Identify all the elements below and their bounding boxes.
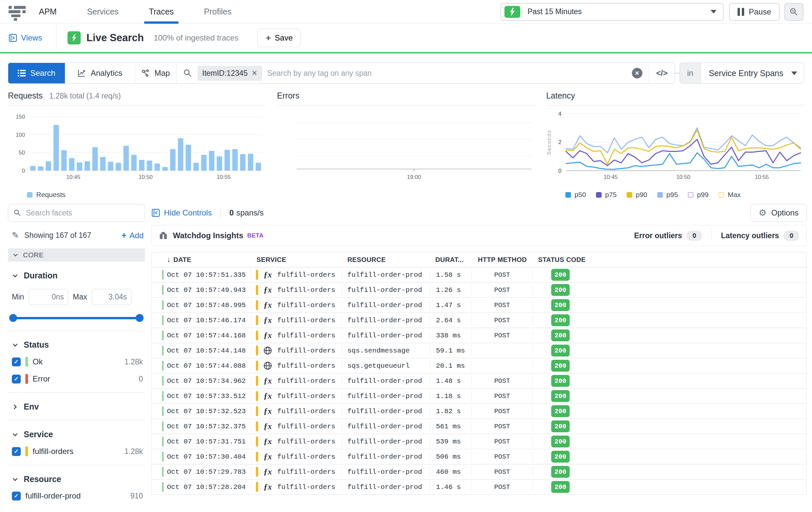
nav-services[interactable]: Services [87, 0, 119, 24]
table-row[interactable]: Oct 07 10:57:44.168 ƒx fulfill-orders fu… [152, 328, 806, 343]
raw-query-button[interactable]: </> [649, 63, 675, 83]
requests-chart-svg[interactable]: 05010015010:4510:5010:55 [8, 105, 266, 186]
lambda-icon: ƒx [261, 270, 274, 279]
row-resource: fulfill-order-prod [342, 270, 430, 280]
save-button[interactable]: + Save [258, 29, 301, 47]
errors-chart-svg[interactable]: 19:00 [277, 105, 535, 186]
table-row[interactable]: Oct 07 10:57:32.375 ƒx fulfill-orders fu… [152, 419, 806, 434]
table-row[interactable]: Oct 07 10:57:48.995 ƒx fulfill-orders fu… [152, 298, 806, 313]
service-color-bar [256, 452, 258, 462]
core-group-header[interactable]: CORE [8, 248, 145, 262]
watchdog-insights-panel[interactable]: Watchdog Insights BETA Error outliers 0 … [151, 225, 807, 246]
table-row[interactable]: Oct 07 10:57:30.404 ƒx fulfill-orders fu… [152, 450, 806, 464]
legend-item-p50[interactable]: p50 [566, 191, 586, 199]
binoculars-icon [159, 231, 168, 240]
table-row[interactable]: Oct 07 10:57:32.523 ƒx fulfill-orders fu… [152, 404, 806, 419]
error-outliers-label: Error outliers [634, 231, 682, 240]
table-row[interactable]: Oct 07 10:57:44.088 ƒx fulfill-orders sq… [152, 358, 806, 374]
duration-max-input[interactable] [92, 289, 132, 305]
table-row[interactable]: Oct 07 10:57:46.174 ƒx fulfill-orders fu… [152, 313, 806, 328]
column-header-resource[interactable]: RESOURCE [342, 256, 430, 264]
views-button[interactable]: Views [8, 33, 42, 43]
checkbox-checked-icon[interactable]: ✓ [12, 357, 21, 367]
tab-search[interactable]: Search [8, 63, 65, 83]
row-date: Oct 07 10:57:44.088 [164, 360, 251, 371]
table-row[interactable]: Oct 07 10:57:49.943 ƒx fulfill-orders fu… [152, 283, 806, 298]
column-header-date[interactable]: ↓ DATE [164, 255, 251, 264]
search-tag-label: ItemID:12345 [202, 69, 248, 78]
options-button[interactable]: ⚙ Options [750, 204, 807, 222]
error-outliers[interactable]: Error outliers 0 [634, 231, 702, 241]
column-header-status-code[interactable]: STATUS CODE [533, 256, 609, 264]
row-method: POST [472, 285, 533, 295]
tab-analytics[interactable]: Analytics [65, 63, 135, 83]
pause-label: Pause [749, 7, 771, 17]
add-facet-button[interactable]: + Add [121, 230, 144, 241]
max-label: Max [73, 293, 87, 301]
pause-button[interactable]: Pause [729, 3, 780, 21]
collapse-panel-icon [151, 209, 160, 217]
legend-item-p99[interactable]: p99 [688, 191, 708, 199]
lambda-icon: ƒx [261, 376, 274, 385]
row-date: Oct 07 10:57:44.168 [164, 330, 251, 341]
time-range-selector[interactable]: Past 15 Minutes [500, 3, 724, 21]
svg-text:10:55: 10:55 [755, 174, 769, 180]
legend-item-p95[interactable]: p95 [657, 191, 678, 199]
facet-resource-header[interactable]: Resource [8, 475, 145, 484]
legend-item-p90[interactable]: p90 [627, 191, 647, 199]
table-row[interactable]: Oct 07 10:57:29.783 ƒx fulfill-orders fu… [152, 464, 806, 480]
table-row[interactable]: Oct 07 10:57:44.148 ƒx fulfill-orders sq… [152, 343, 806, 358]
facet-row-ok[interactable]: ✓ Ok 1.28k [8, 357, 145, 367]
facet-search-input[interactable] [26, 209, 139, 217]
search-input[interactable]: ItemID:12345 ✕ Search by any tag on any … [176, 63, 649, 83]
magnifier-icon [13, 209, 21, 217]
slider-handle-min[interactable] [9, 314, 17, 322]
row-date: Oct 07 10:57:44.148 [164, 345, 251, 356]
remove-tag-icon[interactable]: ✕ [252, 69, 258, 77]
table-row[interactable]: Oct 07 10:57:28.204 ƒx fulfill-orders fu… [152, 480, 806, 495]
table-row[interactable]: Oct 07 10:57:34.962 ƒx fulfill-orders fu… [152, 374, 806, 389]
column-header-http-method[interactable]: HTTP METHOD [472, 256, 533, 264]
table-row[interactable]: Oct 07 10:57:31.751 ƒx fulfill-orders fu… [152, 434, 806, 450]
checkbox-checked-icon[interactable]: ✓ [12, 447, 21, 456]
requests-legend-swatch [27, 192, 33, 198]
ok-label: Ok [33, 357, 120, 367]
checkbox-checked-icon[interactable]: ✓ [12, 375, 21, 383]
latency-chart-svg[interactable]: 024Seconds10:4510:5010:55 [546, 105, 804, 186]
facet-row-fulfill-order-prod[interactable]: ✓ fulfill-order-prod 910 [8, 491, 145, 501]
edit-facets-icon[interactable]: ✎ [12, 230, 19, 241]
facets-sidebar: ✎ Showing 167 of 167 + Add CORE Duration… [8, 204, 145, 501]
column-header-service[interactable]: SERVICE [251, 256, 342, 264]
checkbox-checked-icon[interactable]: ✓ [12, 491, 21, 501]
tab-map[interactable]: Map [135, 63, 176, 83]
latency-outliers[interactable]: Latency outliers 0 [721, 231, 799, 241]
nav-profiles[interactable]: Profiles [204, 0, 231, 24]
nav-traces[interactable]: Traces [149, 0, 174, 24]
span-scope-selector[interactable]: in Service Entry Spans [679, 62, 805, 84]
table-row[interactable]: Oct 07 10:57:51.335 ƒx fulfill-orders fu… [152, 268, 806, 283]
column-header-duration[interactable]: DURAT... [430, 256, 472, 264]
facet-row-error[interactable]: ✓ Error 0 [8, 374, 145, 384]
facet-duration-header[interactable]: Duration [8, 271, 145, 280]
facet-row-fulfill-orders[interactable]: ✓ fulfill-orders 1.28k [8, 447, 145, 456]
search-icon-button[interactable] [784, 3, 804, 21]
clear-search-icon[interactable]: ✕ [632, 68, 642, 78]
slider-handle-max[interactable] [136, 314, 144, 322]
hide-controls-button[interactable]: Hide Controls [151, 208, 212, 217]
p90-legend-swatch [627, 192, 632, 198]
service-color-bar [256, 346, 258, 355]
search-tag-chip[interactable]: ItemID:12345 ✕ [198, 66, 262, 81]
nav-apm[interactable]: APM [39, 0, 57, 24]
duration-slider[interactable] [9, 314, 144, 322]
legend-item-p75[interactable]: p75 [596, 191, 617, 199]
facet-status-header[interactable]: Status [8, 340, 145, 350]
duration-min-input[interactable] [29, 289, 68, 305]
table-row[interactable]: Oct 07 10:57:33.512 ƒx fulfill-orders fu… [152, 389, 806, 404]
facet-search-box[interactable] [8, 204, 145, 222]
service-item-label: fulfill-orders [33, 447, 120, 456]
row-service-label: fulfill-orders [277, 453, 335, 461]
facet-service-header[interactable]: Service [8, 430, 145, 439]
legend-item-max[interactable]: Max [719, 191, 741, 199]
facet-env-header[interactable]: Env [8, 402, 145, 411]
legend-item-requests[interactable]: Requests [27, 191, 65, 199]
